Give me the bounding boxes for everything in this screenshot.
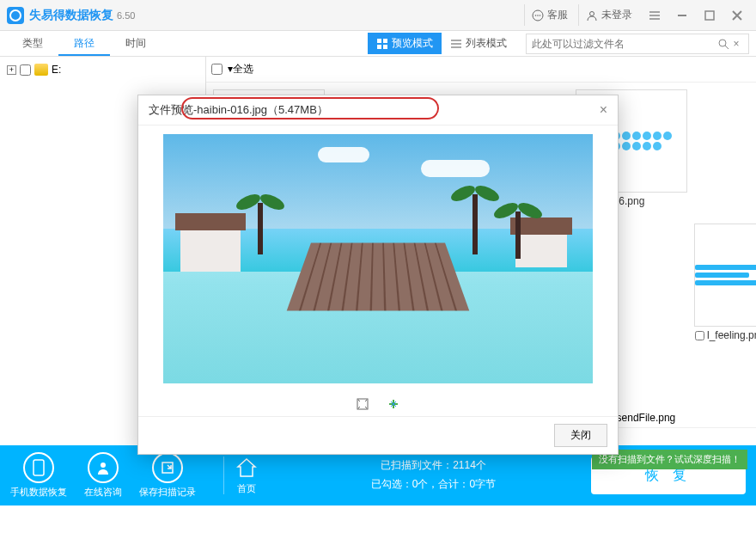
preview-image [163,134,593,383]
preview-modal: 文件预览-haibin-016.jpg（5.47MB） × 关闭 [137,95,619,455]
expand-icon [387,398,399,410]
modal-title: 文件预览-haibin-016.jpg（5.47MB） [149,102,328,118]
fit-screen-button[interactable] [356,397,369,411]
actual-size-button[interactable] [387,397,400,411]
modal-close-button[interactable]: 关闭 [554,424,607,447]
fit-icon [357,398,369,410]
modal-backdrop: 文件预览-haibin-016.jpg（5.47MB） × 关闭 [0,0,756,533]
modal-close-x[interactable]: × [600,102,607,118]
